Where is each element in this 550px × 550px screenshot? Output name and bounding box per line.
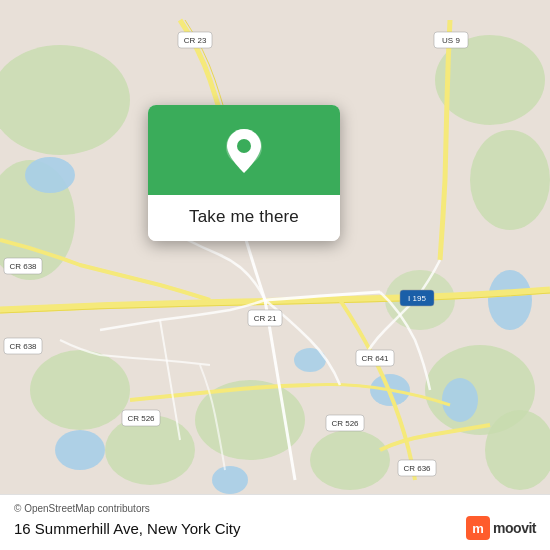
svg-text:CR 638: CR 638 [9, 262, 37, 271]
address-line: 16 Summerhill Ave, New York City m moovi… [14, 516, 536, 540]
svg-text:CR 21: CR 21 [254, 314, 277, 323]
svg-text:m: m [472, 521, 484, 536]
svg-point-10 [310, 430, 390, 490]
map-background: CR 23 US 9 CR 638 CR 638 I 195 CR 641 CR… [0, 0, 550, 550]
svg-point-40 [237, 139, 251, 153]
svg-point-13 [488, 270, 532, 330]
popup-green-area [148, 105, 340, 195]
popup-card: Take me there [148, 105, 340, 241]
svg-text:CR 636: CR 636 [403, 464, 431, 473]
svg-point-7 [30, 350, 130, 430]
location-pin-icon [222, 127, 266, 179]
osm-credit: © OpenStreetMap contributors [14, 503, 536, 514]
svg-text:CR 641: CR 641 [361, 354, 389, 363]
moovit-logo: m moovit [466, 516, 536, 540]
moovit-text: moovit [493, 520, 536, 536]
popup-button-area[interactable]: Take me there [148, 195, 340, 241]
svg-point-15 [55, 430, 105, 470]
svg-text:CR 23: CR 23 [184, 36, 207, 45]
svg-point-4 [470, 130, 550, 230]
svg-text:US 9: US 9 [442, 36, 460, 45]
moovit-icon: m [466, 516, 490, 540]
svg-text:CR 526: CR 526 [127, 414, 155, 423]
svg-text:CR 638: CR 638 [9, 342, 37, 351]
map-container: CR 23 US 9 CR 638 CR 638 I 195 CR 641 CR… [0, 0, 550, 550]
svg-text:CR 526: CR 526 [331, 419, 359, 428]
address-text: 16 Summerhill Ave, New York City [14, 520, 241, 537]
svg-point-12 [25, 157, 75, 193]
take-me-there-button[interactable]: Take me there [189, 205, 299, 229]
svg-point-2 [435, 35, 545, 125]
svg-point-18 [212, 466, 248, 494]
svg-text:I 195: I 195 [408, 294, 426, 303]
bottom-bar: © OpenStreetMap contributors 16 Summerhi… [0, 494, 550, 550]
svg-point-14 [442, 378, 478, 422]
